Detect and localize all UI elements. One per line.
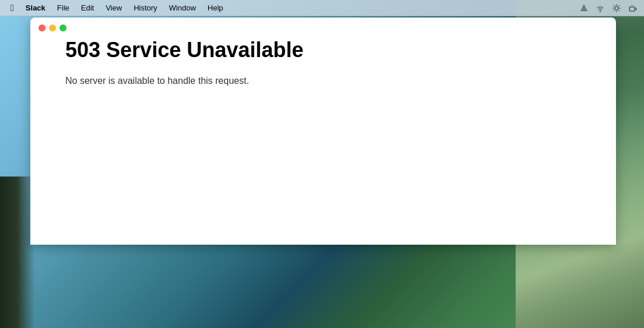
maximize-button[interactable]: [60, 24, 66, 31]
menubar-right: [578, 2, 639, 15]
menubar:  Slack File Edit View History Window He…: [0, 0, 644, 16]
settings-icon[interactable]: [610, 2, 623, 15]
close-button[interactable]: [38, 24, 46, 31]
apple-menu[interactable]: : [5, 2, 20, 15]
svg-rect-2: [629, 7, 635, 11]
coffee-icon[interactable]: [626, 2, 639, 15]
minimize-button[interactable]: [49, 24, 56, 31]
app-window: 503 Service Unavailable No server is ava…: [30, 17, 616, 245]
edit-menu[interactable]: Edit: [75, 2, 100, 13]
nord-vpn-icon[interactable]: [578, 2, 590, 15]
wifi-icon[interactable]: [594, 2, 607, 15]
error-message: No server is available to handle this re…: [65, 74, 604, 88]
error-title: 503 Service Unavailable: [65, 37, 604, 62]
window-menu[interactable]: Window: [163, 2, 202, 13]
help-menu[interactable]: Help: [202, 2, 229, 13]
svg-point-0: [600, 10, 601, 12]
app-name-menu[interactable]: Slack: [20, 2, 51, 13]
traffic-lights: [30, 17, 75, 38]
menubar-left:  Slack File Edit View History Window He…: [5, 2, 229, 15]
window-content: 503 Service Unavailable No server is ava…: [30, 17, 616, 100]
svg-point-1: [615, 6, 618, 10]
file-menu[interactable]: File: [51, 2, 75, 13]
history-menu[interactable]: History: [128, 2, 163, 13]
view-menu[interactable]: View: [100, 2, 128, 13]
desktop-cliff-left: [0, 177, 35, 328]
